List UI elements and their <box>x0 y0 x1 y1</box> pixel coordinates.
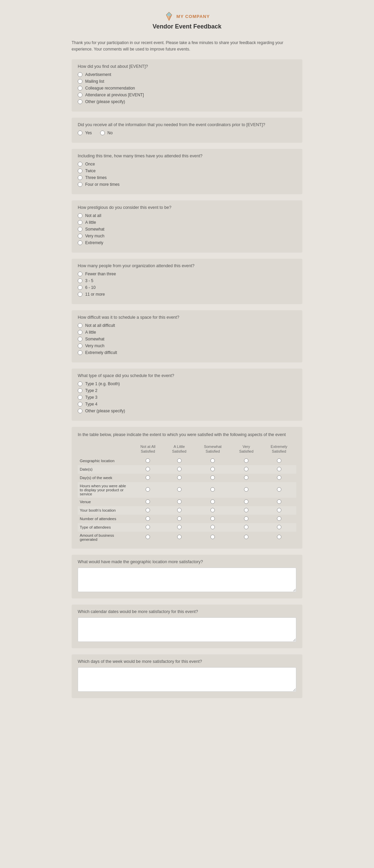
q3-option-1[interactable]: Once <box>78 162 296 166</box>
row-1-col-4[interactable] <box>231 457 262 465</box>
q1-radio-4[interactable] <box>78 93 82 97</box>
r8-radio-4[interactable] <box>244 525 248 529</box>
row-4-col-1[interactable] <box>132 482 164 498</box>
q10-textarea[interactable] <box>78 617 296 642</box>
q4-option-5[interactable]: Extremely <box>78 240 296 245</box>
r3-radio-2[interactable] <box>177 475 182 480</box>
r3-radio-5[interactable] <box>277 475 281 480</box>
row-3-col-4[interactable] <box>231 474 262 482</box>
r1-radio-2[interactable] <box>177 458 182 463</box>
q5-radio-1[interactable] <box>78 272 82 276</box>
q7-radio-4[interactable] <box>78 402 82 407</box>
row-5-col-3[interactable] <box>194 498 231 506</box>
r8-radio-1[interactable] <box>146 525 150 529</box>
q5-radio-2[interactable] <box>78 278 82 283</box>
q6-option-2[interactable]: A little <box>78 330 296 335</box>
r5-radio-4[interactable] <box>244 499 248 504</box>
row-1-col-2[interactable] <box>164 457 195 465</box>
q11-textarea[interactable] <box>78 667 296 692</box>
q4-radio-4[interactable] <box>78 234 82 238</box>
q6-radio-5[interactable] <box>78 350 82 355</box>
row-3-col-3[interactable] <box>194 474 231 482</box>
q3-radio-2[interactable] <box>78 169 82 173</box>
r7-radio-5[interactable] <box>277 516 281 521</box>
q9-textarea[interactable] <box>78 568 296 592</box>
q4-radio-1[interactable] <box>78 213 82 218</box>
r2-radio-2[interactable] <box>177 467 182 471</box>
q1-option-5[interactable]: Other (please specify) <box>78 99 296 104</box>
r1-radio-4[interactable] <box>244 458 248 463</box>
row-3-col-2[interactable] <box>164 474 195 482</box>
q3-option-4[interactable]: Four or more times <box>78 182 296 187</box>
q3-option-3[interactable]: Three times <box>78 175 296 180</box>
q1-option-4[interactable]: Attendance at previous [EVENT] <box>78 93 296 97</box>
r4-radio-3[interactable] <box>210 487 215 492</box>
row-6-col-2[interactable] <box>164 506 195 515</box>
row-6-col-4[interactable] <box>231 506 262 515</box>
q4-radio-3[interactable] <box>78 227 82 232</box>
q3-option-2[interactable]: Twice <box>78 169 296 173</box>
r1-radio-5[interactable] <box>277 458 281 463</box>
q3-radio-3[interactable] <box>78 175 82 180</box>
r4-radio-2[interactable] <box>177 487 182 492</box>
q5-option-4[interactable]: 11 or more <box>78 292 296 297</box>
q6-radio-3[interactable] <box>78 337 82 341</box>
r6-radio-4[interactable] <box>244 508 248 512</box>
r2-radio-3[interactable] <box>210 467 215 471</box>
r4-radio-5[interactable] <box>277 487 281 492</box>
r3-radio-1[interactable] <box>146 475 150 480</box>
q1-option-3[interactable]: Colleague recommendation <box>78 86 296 91</box>
r2-radio-4[interactable] <box>244 467 248 471</box>
row-8-col-4[interactable] <box>231 523 262 532</box>
r6-radio-1[interactable] <box>146 508 150 512</box>
row-4-col-5[interactable] <box>262 482 296 498</box>
q1-option-2[interactable]: Mailing list <box>78 79 296 84</box>
q4-option-4[interactable]: Very much <box>78 234 296 238</box>
row-7-col-2[interactable] <box>164 515 195 523</box>
row-8-col-3[interactable] <box>194 523 231 532</box>
row-2-col-5[interactable] <box>262 465 296 474</box>
q6-option-1[interactable]: Not at all difficult <box>78 323 296 328</box>
r4-radio-1[interactable] <box>146 487 150 492</box>
r9-radio-5[interactable] <box>277 535 281 539</box>
r8-radio-3[interactable] <box>210 525 215 529</box>
row-8-col-5[interactable] <box>262 523 296 532</box>
r9-radio-3[interactable] <box>210 535 215 539</box>
r3-radio-3[interactable] <box>210 475 215 480</box>
q7-radio-1[interactable] <box>78 381 82 386</box>
r4-radio-4[interactable] <box>244 487 248 492</box>
q5-option-1[interactable]: Fewer than three <box>78 272 296 276</box>
row-9-col-1[interactable] <box>132 532 164 543</box>
r2-radio-5[interactable] <box>277 467 281 471</box>
row-4-col-2[interactable] <box>164 482 195 498</box>
row-6-col-5[interactable] <box>262 506 296 515</box>
r7-radio-4[interactable] <box>244 516 248 521</box>
q2-radio-no[interactable] <box>100 131 105 135</box>
q5-radio-3[interactable] <box>78 285 82 290</box>
q4-option-2[interactable]: A little <box>78 220 296 225</box>
row-4-col-4[interactable] <box>231 482 262 498</box>
q6-option-3[interactable]: Somewhat <box>78 337 296 341</box>
q7-radio-2[interactable] <box>78 388 82 393</box>
q4-option-1[interactable]: Not at all <box>78 213 296 218</box>
r2-radio-1[interactable] <box>146 467 150 471</box>
q7-option-2[interactable]: Type 2 <box>78 388 296 393</box>
q2-radio-yes[interactable] <box>78 131 82 135</box>
q2-option-no[interactable]: No <box>100 131 113 135</box>
q7-option-4[interactable]: Type 4 <box>78 402 296 407</box>
q1-radio-1[interactable] <box>78 72 82 77</box>
q1-radio-5[interactable] <box>78 99 82 104</box>
q1-radio-2[interactable] <box>78 79 82 84</box>
r6-radio-2[interactable] <box>177 508 182 512</box>
q7-option-1[interactable]: Type 1 (e.g. Booth) <box>78 381 296 386</box>
row-2-col-3[interactable] <box>194 465 231 474</box>
row-9-col-3[interactable] <box>194 532 231 543</box>
r9-radio-2[interactable] <box>177 535 182 539</box>
r5-radio-5[interactable] <box>277 499 281 504</box>
row-7-col-1[interactable] <box>132 515 164 523</box>
q1-radio-3[interactable] <box>78 86 82 91</box>
r5-radio-2[interactable] <box>177 499 182 504</box>
row-8-col-1[interactable] <box>132 523 164 532</box>
row-9-col-5[interactable] <box>262 532 296 543</box>
q6-radio-2[interactable] <box>78 330 82 335</box>
